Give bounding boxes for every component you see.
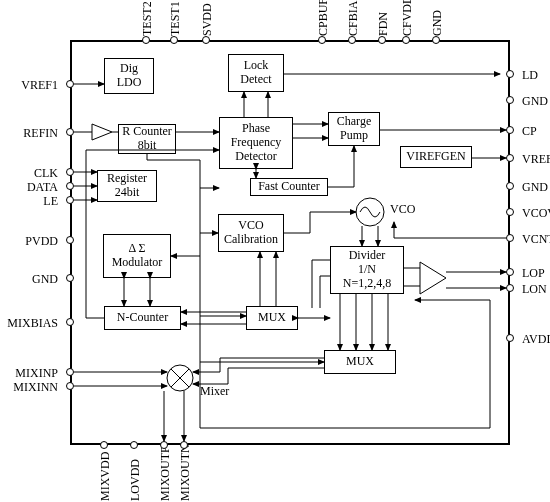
block-lock-detect: Lock Detect bbox=[228, 54, 284, 92]
pin-gnd: GND bbox=[12, 272, 58, 287]
diagram-canvas: Dig LDO R Counter 8bit Lock Detect Phase… bbox=[0, 0, 550, 502]
label: Detector bbox=[235, 150, 276, 164]
label: VCO bbox=[238, 219, 263, 233]
pad-lop bbox=[506, 268, 514, 276]
pad-data bbox=[66, 182, 74, 190]
pin-data: DATA bbox=[12, 180, 58, 195]
pad-avdd bbox=[506, 334, 514, 342]
pin-test1: TEST1 bbox=[168, 0, 183, 36]
pad-mixinn bbox=[66, 382, 74, 390]
pin-test2: TEST2 bbox=[140, 0, 155, 36]
pin-le: LE bbox=[12, 194, 58, 209]
pin-mixbias: MIXBIAS bbox=[2, 316, 58, 331]
pad-pdn bbox=[378, 36, 386, 44]
mixer-label: Mixer bbox=[200, 384, 229, 399]
pad-le bbox=[66, 196, 74, 204]
label: Frequency bbox=[231, 136, 282, 150]
pin-mixvdd: MIXVDD bbox=[98, 453, 113, 501]
pad-cpbias bbox=[348, 36, 356, 44]
pin-lovdd: LOVDD bbox=[128, 453, 143, 501]
label: N=1,2,4,8 bbox=[343, 277, 391, 291]
block-pfd: Phase Frequency Detector bbox=[219, 117, 293, 169]
block-mux1: MUX bbox=[246, 306, 298, 330]
pad-cpbufvdd bbox=[318, 36, 326, 44]
pad-lon bbox=[506, 284, 514, 292]
pin-pvdd: PVDD bbox=[12, 234, 58, 249]
label: Lock bbox=[244, 59, 269, 73]
block-dig-ldo: Dig LDO bbox=[104, 58, 154, 94]
pin-lop: LOP bbox=[522, 266, 545, 281]
pad-vref1 bbox=[66, 80, 74, 88]
vco-label: VCO bbox=[390, 202, 415, 217]
label: N-Counter bbox=[117, 311, 168, 325]
pin-ld: LD bbox=[522, 68, 538, 83]
pad-vref2 bbox=[506, 154, 514, 162]
label: Register bbox=[107, 172, 147, 186]
pin-avdd: AVDD bbox=[522, 332, 550, 347]
pin-pdn: FDN bbox=[376, 0, 391, 36]
label: 1/N bbox=[358, 263, 376, 277]
pin-mixoutp: MIXOUTP bbox=[158, 453, 173, 501]
label: Phase bbox=[242, 122, 270, 136]
label: Detect bbox=[240, 73, 271, 87]
pin-vref2: VREF2 bbox=[522, 152, 550, 167]
block-mux2: MUX bbox=[324, 350, 396, 374]
pin-vref1: VREF1 bbox=[12, 78, 58, 93]
pin-clk: CLK bbox=[12, 166, 58, 181]
label: Modulator bbox=[112, 256, 163, 270]
label: Δ Σ bbox=[128, 242, 145, 256]
pin-cpbias: CFBIAS bbox=[346, 0, 361, 36]
block-charge-pump: Charge Pump bbox=[328, 112, 380, 146]
pad-cpvdd bbox=[402, 36, 410, 44]
label: Dig bbox=[120, 62, 138, 76]
label: Fast Counter bbox=[258, 180, 320, 194]
pin-gnd-top: GND bbox=[430, 0, 445, 36]
label: Pump bbox=[340, 129, 368, 143]
block-virefgen: VIREFGEN bbox=[400, 146, 472, 168]
pin-mixinn: MIXINN bbox=[8, 380, 58, 395]
label: LDO bbox=[117, 76, 142, 90]
block-n-counter: N-Counter bbox=[104, 306, 181, 330]
label: VIREFGEN bbox=[406, 150, 465, 164]
block-divider: Divider 1/N N=1,2,4,8 bbox=[330, 246, 404, 294]
pad-mixbias bbox=[66, 318, 74, 326]
pad-svdd bbox=[202, 36, 210, 44]
pad-lovdd bbox=[130, 441, 138, 449]
pad-pvdd bbox=[66, 236, 74, 244]
pad-vcovdd bbox=[506, 208, 514, 216]
label: R Counter bbox=[122, 125, 172, 139]
pin-refin: REFIN bbox=[12, 126, 58, 141]
block-fast-counter: Fast Counter bbox=[250, 178, 328, 196]
pad-ld bbox=[506, 70, 514, 78]
pad-gnd-t bbox=[432, 36, 440, 44]
pad-vcnt bbox=[506, 234, 514, 242]
pin-svdd: SVDD bbox=[200, 0, 215, 36]
label: 8bit bbox=[138, 139, 157, 153]
block-vco-cal: VCO Calibration bbox=[218, 214, 284, 252]
label: Charge bbox=[337, 115, 371, 129]
pin-gnd2: GND bbox=[522, 180, 548, 195]
pad-mixoutp bbox=[160, 441, 168, 449]
block-register: Register 24bit bbox=[97, 170, 157, 202]
pad-mixoutn bbox=[180, 441, 188, 449]
pad-cp bbox=[506, 126, 514, 134]
pad-gnd-l bbox=[66, 274, 74, 282]
pad-gnd-r1 bbox=[506, 96, 514, 104]
pin-mixinp: MIXINP bbox=[8, 366, 58, 381]
label: Divider bbox=[349, 249, 386, 263]
pin-vcovdd: VCOVDD bbox=[522, 206, 550, 221]
pad-test2 bbox=[142, 36, 150, 44]
pad-refin bbox=[66, 128, 74, 136]
pin-cp: CP bbox=[522, 124, 537, 139]
pad-mixinp bbox=[66, 368, 74, 376]
pin-cpbufvdd: CPBUFVDD bbox=[316, 0, 331, 36]
pin-vcnt: VCNT bbox=[522, 232, 550, 247]
block-ds-modulator: Δ Σ Modulator bbox=[103, 234, 171, 278]
pin-mixoutn: MIXOUTN bbox=[178, 453, 193, 501]
pad-mixvdd bbox=[100, 441, 108, 449]
label: 24bit bbox=[115, 186, 140, 200]
block-r-counter: R Counter 8bit bbox=[118, 124, 176, 154]
pin-lon: LON bbox=[522, 282, 547, 297]
pin-gnd1: GND bbox=[522, 94, 548, 109]
pad-gnd-r2 bbox=[506, 182, 514, 190]
